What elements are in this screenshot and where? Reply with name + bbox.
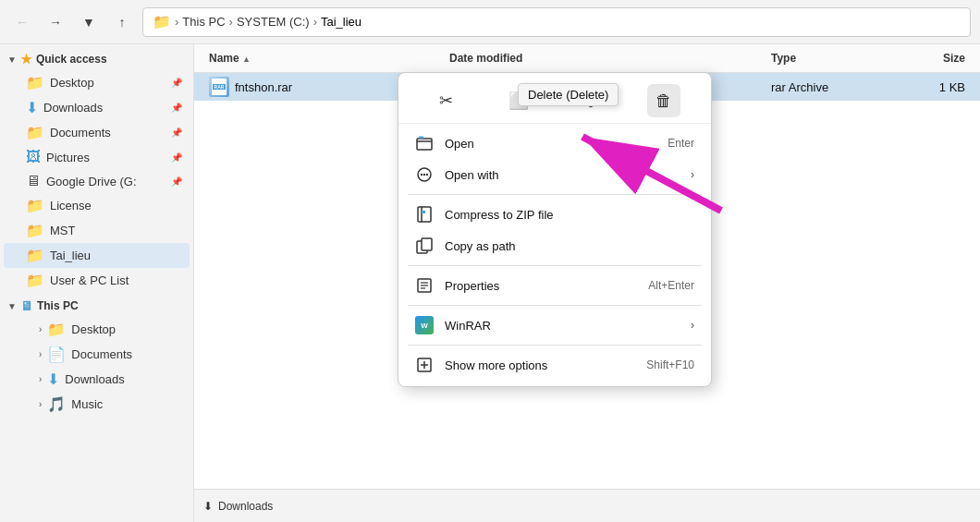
google-drive-icon: 🖥 [26, 173, 41, 189]
ctx-open-with[interactable]: Open with › [402, 159, 707, 190]
col-size-header[interactable]: Size [891, 52, 965, 65]
ctx-open[interactable]: Open Enter [402, 127, 707, 159]
sidebar-item-documents-label: Documents [50, 126, 111, 140]
sidebar-item-pc-music[interactable]: › 🎵 Music [4, 392, 190, 417]
sidebar-item-pictures-label: Pictures [46, 151, 90, 164]
column-headers: Name ▲ Date modified Type Size [194, 44, 980, 73]
ctx-sep4 [408, 345, 702, 346]
chevron-icon: ▼ [7, 55, 17, 65]
dropdown-button[interactable]: ▼ [76, 9, 102, 35]
sidebar-item-tai-lieu[interactable]: 📁 Tai_lieu [4, 243, 190, 268]
addr-this-pc: This PC [182, 15, 225, 29]
downloads-icon: ⬇ [26, 99, 38, 116]
pc-dl-chevron: › [39, 374, 42, 384]
chevron-icon2: ▼ [7, 301, 17, 311]
forward-button[interactable]: → [43, 9, 68, 35]
ctx-open-with-arrow: › [691, 168, 694, 181]
ctx-open-shortcut: Enter [668, 137, 694, 150]
addr-sep2: › [229, 15, 233, 29]
sidebar-item-user-pc-label: User & PC List [50, 273, 129, 287]
pc-icon: 🖥 [20, 298, 33, 313]
sidebar-item-downloads[interactable]: ⬇ Downloads 📌 [4, 95, 190, 120]
copy-path-icon [415, 237, 434, 255]
ctx-more-options[interactable]: Show more options Shift+F10 [402, 349, 707, 381]
ctx-open-label: Open [445, 137, 656, 151]
sidebar-item-pc-downloads-label: Downloads [65, 372, 124, 386]
pc-music-chevron: › [39, 399, 42, 409]
address-bar[interactable]: 📁 › This PC › SYSTEM (C:) › Tai_lieu [142, 7, 971, 37]
content-area: Name ▲ Date modified Type Size RAR fntsh… [194, 44, 980, 522]
svg-rect-8 [422, 211, 425, 213]
ctx-sep1 [408, 194, 702, 195]
ctx-compress-zip[interactable]: Compress to ZIP file [402, 199, 707, 230]
back-button[interactable]: ← [9, 9, 35, 35]
ctx-sep3 [408, 305, 702, 306]
sidebar-item-documents[interactable]: 📁 Documents 📌 [4, 120, 190, 145]
svg-point-5 [426, 174, 428, 176]
ctx-copy-path-label: Copy as path [445, 239, 694, 253]
sidebar-item-pc-desktop[interactable]: › 📁 Desktop [4, 317, 190, 342]
ctx-winrar[interactable]: W WinRAR › [402, 310, 707, 341]
sidebar-item-mst[interactable]: 📁 MST [4, 218, 190, 243]
sidebar: ▼ ★ Quick access 📁 Desktop 📌 ⬇ Downloads… [0, 44, 194, 522]
sidebar-item-pc-documents[interactable]: › 📄 Documents [4, 342, 190, 367]
ctx-copy-path[interactable]: Copy as path [402, 230, 707, 261]
col-type-header[interactable]: Type [771, 52, 891, 65]
sidebar-item-user-pc[interactable]: 📁 User & PC List [4, 268, 190, 293]
sidebar-item-tai-lieu-label: Tai_lieu [50, 249, 91, 262]
more-options-icon [415, 356, 434, 374]
this-pc-label: This PC [37, 299, 79, 312]
quick-access-header[interactable]: ▼ ★ Quick access [0, 48, 193, 70]
file-type: rar Archive [771, 80, 891, 94]
pc-downloads-icon: ⬇ [47, 370, 59, 388]
sidebar-item-desktop[interactable]: 📁 Desktop 📌 [4, 70, 190, 95]
svg-rect-0 [417, 139, 432, 150]
bottom-bar: ⬇ Downloads [194, 489, 980, 522]
ctx-winrar-label: WinRAR [445, 319, 680, 333]
sort-arrow: ▲ [242, 55, 251, 64]
pc-music-icon: 🎵 [47, 395, 66, 413]
svg-point-4 [423, 174, 425, 176]
pin-icon3: 📌 [171, 127, 182, 138]
sidebar-item-google-drive-label: Google Drive (G: [46, 175, 137, 188]
pin-icon: 📌 [171, 78, 182, 88]
folder-icon: 📁 [26, 74, 44, 91]
sidebar-item-downloads-label: Downloads [43, 101, 103, 115]
up-button[interactable]: ↑ [109, 9, 135, 35]
bottom-label: Downloads [218, 500, 273, 513]
this-pc-header[interactable]: ▼ 🖥 This PC [0, 295, 193, 317]
delete-button[interactable]: 🗑 [647, 84, 680, 117]
svg-rect-6 [418, 207, 431, 222]
titlebar: ← → ▼ ↑ 📁 › This PC › SYSTEM (C:) › Tai_… [0, 0, 980, 44]
sidebar-item-pc-music-label: Music [71, 397, 103, 411]
pictures-icon: 🖼 [26, 149, 41, 165]
sidebar-item-license[interactable]: 📁 License [4, 193, 190, 218]
pc-documents-icon: 📄 [47, 346, 66, 363]
zip-icon [415, 205, 434, 224]
folder-icon3: 📁 [26, 197, 44, 214]
col-date-header[interactable]: Date modified [449, 52, 771, 65]
cut-icon: ✂ [439, 91, 453, 111]
bottom-folder-icon: ⬇ [203, 500, 213, 513]
ctx-more-shortcut: Shift+F10 [646, 358, 694, 371]
folder-icon4: 📁 [26, 222, 44, 239]
ctx-properties[interactable]: Properties Alt+Enter [402, 270, 707, 301]
ctx-winrar-arrow: › [691, 319, 694, 332]
svg-point-3 [421, 174, 423, 176]
sidebar-item-pc-documents-label: Documents [71, 347, 132, 361]
main-area: ▼ ★ Quick access 📁 Desktop 📌 ⬇ Downloads… [0, 44, 980, 522]
cut-button[interactable]: ✂ [429, 84, 462, 117]
pin-icon4: 📌 [171, 152, 182, 163]
delete-tooltip: Delete (Delete) [518, 83, 619, 106]
ctx-more-label: Show more options [445, 358, 635, 372]
sidebar-item-license-label: License [50, 199, 92, 212]
ctx-props-shortcut: Alt+Enter [648, 279, 694, 292]
ctx-zip-label: Compress to ZIP file [445, 208, 694, 222]
open-icon [415, 134, 434, 152]
open-with-icon [415, 165, 434, 184]
sidebar-item-pictures[interactable]: 🖼 Pictures 📌 [4, 145, 190, 169]
col-name-header[interactable]: Name ▲ [209, 52, 449, 65]
sidebar-item-pc-downloads[interactable]: › ⬇ Downloads [4, 367, 190, 392]
quick-access-label: Quick access [36, 53, 107, 66]
sidebar-item-google-drive[interactable]: 🖥 Google Drive (G: 📌 [4, 169, 190, 193]
